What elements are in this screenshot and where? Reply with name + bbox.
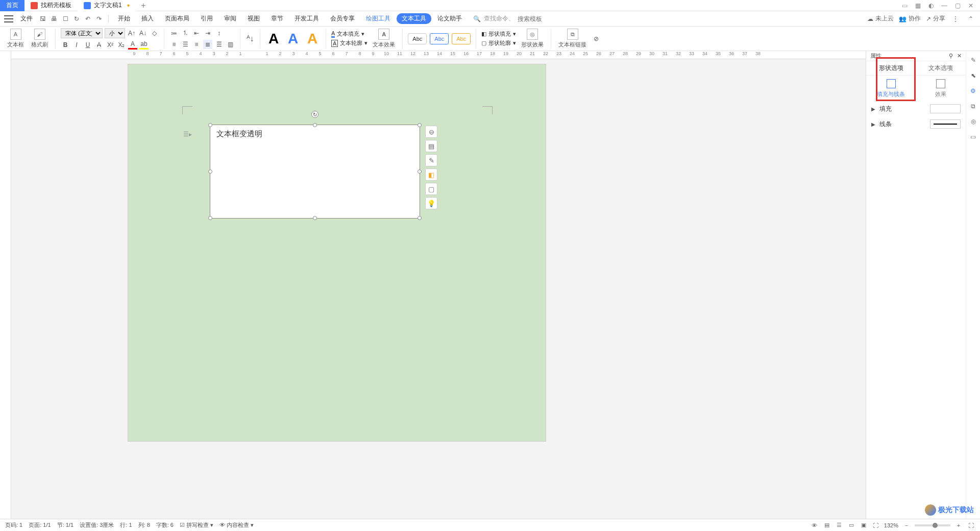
highlight-button[interactable]: ab (139, 40, 149, 50)
line-spacing-button[interactable]: ↕ (214, 29, 224, 38)
handle-sw[interactable] (208, 216, 212, 220)
eye-icon[interactable]: 👁 (811, 521, 819, 529)
preview-icon[interactable]: ☐ (60, 14, 70, 24)
textbox-link-button[interactable]: ⧉文本框链接 (556, 29, 589, 49)
rotate-handle[interactable]: ↻ (311, 111, 318, 118)
handle-se[interactable] (418, 216, 422, 220)
panel-pin-icon[interactable]: ⚲ (949, 53, 953, 59)
menu-review[interactable]: 审阅 (219, 14, 241, 23)
underline-button[interactable]: U (83, 40, 92, 50)
view-web-icon[interactable]: ▭ (847, 521, 855, 529)
save-icon[interactable]: 🖫 (38, 14, 48, 24)
canvas[interactable]: 9876543211234567891011121314151617181920… (11, 51, 866, 519)
undo-button[interactable]: ↶ (83, 14, 93, 24)
handle-w[interactable] (208, 170, 212, 174)
text-outline-button[interactable]: A文本轮廓 ▾ (331, 39, 368, 47)
redo-button[interactable]: ↷ (94, 14, 104, 24)
minimize-button[interactable]: — (940, 2, 948, 10)
menu-member[interactable]: 会员专享 (325, 14, 360, 23)
panel-tab-text[interactable]: 文本选项 (916, 61, 966, 75)
view-page-icon[interactable]: ▤ (823, 521, 831, 529)
maximize-button[interactable]: ▢ (953, 2, 962, 10)
coop-button[interactable]: 👥协作 (899, 14, 921, 23)
format-brush-button[interactable]: 🖌格式刷 (29, 29, 50, 49)
numbering-button[interactable]: ⒈ (181, 29, 190, 38)
align-right-button[interactable]: ≡ (192, 40, 201, 49)
zoom-level[interactable]: 132% (884, 522, 898, 528)
handle-e[interactable] (418, 170, 422, 174)
fill-swatch[interactable] (930, 104, 961, 113)
search-input[interactable] (518, 15, 558, 22)
zoom-slider[interactable] (915, 524, 950, 526)
strike-button[interactable]: A (94, 40, 104, 50)
fullscreen-icon[interactable]: ⛶ (967, 521, 975, 529)
menu-insert[interactable]: 插入 (136, 14, 159, 23)
abc-style-2[interactable]: Abc (430, 33, 449, 44)
textbox-button[interactable]: A文本框 (5, 29, 26, 49)
menu-chapter[interactable]: 章节 (266, 14, 288, 23)
handle-nw[interactable] (208, 123, 212, 127)
menu-start[interactable]: 开始 (113, 14, 135, 23)
skin-icon[interactable]: ◐ (927, 2, 935, 10)
layout2-icon[interactable]: ▦ (914, 2, 922, 10)
text-direction-button[interactable]: ᴬ↓ (246, 34, 255, 43)
side-settings-icon[interactable]: ⚙ (968, 86, 978, 96)
grow-font-button[interactable]: A↑ (127, 29, 136, 38)
superscript-button[interactable]: X² (106, 40, 115, 50)
menu-reference[interactable]: 引用 (195, 14, 218, 23)
zoom-out-button[interactable]: − (902, 521, 911, 529)
font-name-select[interactable]: 宋体 (正文) (61, 28, 103, 38)
side-book-icon[interactable]: ▭ (968, 132, 978, 142)
clear-format-button[interactable]: ◇ (150, 29, 159, 38)
status-pages[interactable]: 页面: 1/1 (29, 521, 51, 529)
side-pen-icon[interactable]: ✎ (968, 55, 978, 65)
float-wrap-button[interactable]: ▤ (425, 140, 437, 152)
zoom-fit-icon[interactable]: ⛶ (872, 521, 880, 529)
vertical-ruler[interactable] (0, 51, 11, 519)
status-indent[interactable]: 设置值: 3厘米 (80, 521, 114, 529)
font-size-select[interactable]: 小四 (105, 28, 125, 38)
handle-ne[interactable] (418, 123, 422, 127)
status-line[interactable]: 行: 1 (120, 521, 132, 529)
panel-close-icon[interactable]: ✕ (957, 53, 962, 59)
shape-outline-button[interactable]: ▢形状轮廓 ▾ (481, 39, 516, 47)
tab-home[interactable]: 首页 (0, 0, 24, 11)
bullets-button[interactable]: ≔ (169, 29, 179, 38)
shape-fill-button[interactable]: ◧形状填充 ▾ (481, 30, 516, 38)
cloud-status[interactable]: ☁未上云 (867, 14, 894, 23)
tab-document[interactable]: 文字文稿1• (78, 0, 136, 11)
panel-subtab-fill-line[interactable]: 填充与线条 (866, 76, 916, 101)
line-swatch[interactable] (930, 119, 961, 129)
menu-text-tools[interactable]: 文本工具 (397, 13, 431, 24)
status-spell[interactable]: ☑ 拼写检查 ▾ (180, 521, 213, 529)
tab-templates[interactable]: 找稻壳模板 (24, 0, 78, 11)
status-page-no[interactable]: 页码: 1 (5, 521, 22, 529)
menu-paper-helper[interactable]: 论文助手 (432, 14, 467, 23)
text-fill-button[interactable]: A文本填充 ▾ (331, 30, 368, 38)
text-style-a3[interactable]: A (304, 31, 321, 47)
status-col[interactable]: 列: 8 (138, 521, 150, 529)
collapse-ribbon-icon[interactable]: ⌃ (966, 14, 976, 24)
textbox-text[interactable]: 文本框变透明 (210, 125, 420, 143)
textbox-unlink-button[interactable]: ⊘ (592, 34, 601, 43)
print-icon[interactable]: 🖶 (49, 14, 59, 24)
increase-indent-button[interactable]: ⇥ (203, 29, 212, 38)
panel-line-section[interactable]: ▶ 线条 (866, 116, 966, 132)
float-collapse-button[interactable]: ⊖ (425, 126, 437, 138)
float-idea-button[interactable]: 💡 (425, 197, 437, 209)
file-menu[interactable]: 文件 (16, 14, 37, 23)
horizontal-ruler[interactable]: 9876543211234567891011121314151617181920… (11, 51, 866, 59)
close-button[interactable]: ✕ (967, 2, 975, 10)
side-layers-icon[interactable]: ⧉ (968, 101, 978, 111)
view-read-icon[interactable]: ▣ (860, 521, 868, 529)
handle-s[interactable] (313, 216, 317, 220)
document-page[interactable]: ☰▸ ↻ 文本框变透明 ⊖ ▤ ✎ ◧ ▢ 💡 (128, 64, 546, 442)
layout1-icon[interactable]: ▭ (900, 2, 909, 10)
panel-subtab-effect[interactable]: 效果 (916, 76, 966, 101)
bold-button[interactable]: B (61, 40, 70, 50)
tab-add[interactable]: + (136, 1, 151, 10)
hamburger-icon[interactable] (4, 15, 13, 22)
status-content-check[interactable]: 👁 内容检查 ▾ (219, 521, 254, 529)
float-outline-button[interactable]: ▢ (425, 183, 437, 195)
panel-fill-section[interactable]: ▶ 填充 (866, 101, 966, 116)
